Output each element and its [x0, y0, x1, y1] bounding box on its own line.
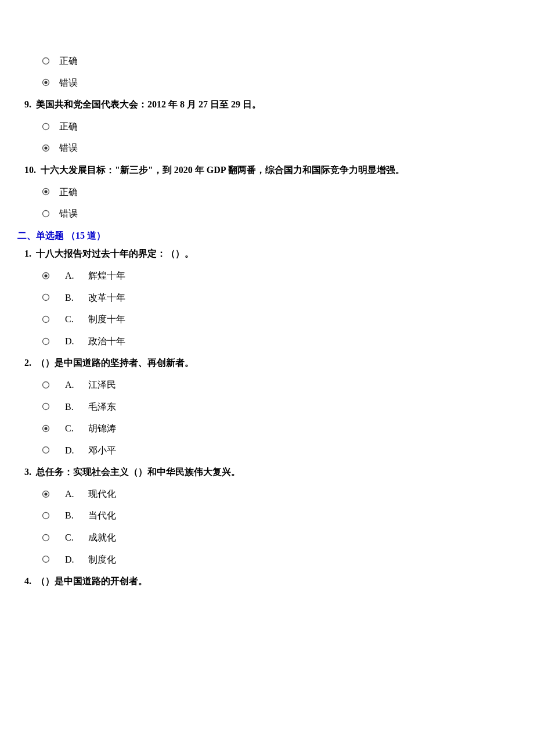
mc1-b-letter: B.: [65, 290, 88, 305]
mc2-d-letter: D.: [65, 443, 88, 458]
mc3-option-d[interactable]: D.制度化: [42, 552, 517, 567]
svg-point-0: [43, 57, 49, 64]
radio-unchecked-icon: [42, 512, 50, 520]
radio-unchecked-icon: [42, 57, 50, 65]
q10-option-false[interactable]: 错误: [42, 206, 517, 221]
radio-checked-icon: [42, 424, 50, 433]
mc2-a-letter: A.: [65, 377, 88, 393]
svg-point-2: [44, 81, 47, 84]
mc1-b-text: 改革十年: [88, 290, 125, 305]
mc4-text: （）是中国道路的开创者。: [36, 576, 147, 586]
svg-point-13: [43, 338, 49, 344]
mc3-option-a[interactable]: A.现代化: [42, 487, 517, 502]
mc1-a-text: 辉煌十年: [88, 268, 125, 283]
mc3-stem: 3. 总任务：实现社会主义（）和中华民族伟大复兴。: [17, 465, 517, 480]
radio-checked-icon: [42, 490, 50, 498]
mc2-c-text: 胡锦涛: [88, 421, 116, 436]
mc3-option-b[interactable]: B.当代化: [42, 508, 517, 523]
mc2-c-letter: C.: [65, 421, 88, 436]
mc3-a-letter: A.: [65, 487, 88, 502]
svg-point-20: [44, 492, 47, 495]
mc4-stem: 4. （）是中国道路的开创者。: [17, 574, 517, 589]
mc3-c-text: 成就化: [88, 530, 116, 545]
radio-checked-icon: [42, 78, 50, 87]
radio-unchecked-icon: [42, 402, 50, 411]
q10-text: 十六大发展目标："新三步"，到 2020 年 GDP 翻两番，综合国力和国际竞争…: [41, 165, 405, 175]
mc2-b-letter: B.: [65, 399, 88, 415]
q10-option-true[interactable]: 正确: [42, 185, 517, 200]
mc2-option-b[interactable]: B.毛泽东: [42, 399, 517, 415]
radio-checked-icon: [42, 144, 50, 152]
radio-unchecked-icon: [42, 123, 50, 131]
svg-point-21: [43, 513, 49, 519]
q9-option-true[interactable]: 正确: [42, 119, 517, 134]
mc1-option-a[interactable]: A.辉煌十年: [42, 268, 517, 283]
tfprev-option-false[interactable]: 错误: [42, 75, 517, 91]
section2-header: 二、单选题 （15 道）: [17, 228, 517, 243]
tfprev-option-true[interactable]: 正确: [42, 53, 517, 69]
tfprev-true-label: 正确: [59, 53, 78, 69]
radio-unchecked-icon: [42, 381, 50, 389]
mc2-a-text: 江泽民: [88, 377, 116, 393]
mc3-number: 3.: [24, 467, 31, 477]
mc3-b-letter: B.: [65, 508, 88, 523]
svg-point-5: [44, 147, 47, 150]
q9-option-false[interactable]: 错误: [42, 141, 517, 156]
mc1-number: 1.: [24, 249, 31, 258]
svg-point-14: [43, 381, 49, 388]
mc1-stem: 1. 十八大报告对过去十年的界定：（）。: [17, 246, 517, 261]
mc3-d-text: 制度化: [88, 552, 116, 567]
mc3-d-letter: D.: [65, 552, 88, 567]
svg-point-3: [43, 123, 49, 129]
radio-unchecked-icon: [42, 534, 50, 542]
mc3-text: 总任务：实现社会主义（）和中华民族伟大复兴。: [36, 467, 240, 477]
q10-stem: 10. 十六大发展目标："新三步"，到 2020 年 GDP 翻两番，综合国力和…: [17, 163, 517, 178]
radio-unchecked-icon: [42, 315, 50, 323]
mc2-option-c[interactable]: C.胡锦涛: [42, 421, 517, 436]
svg-point-18: [43, 447, 49, 453]
mc1-d-text: 政治十年: [88, 334, 125, 349]
mc3-a-text: 现代化: [88, 487, 116, 502]
svg-point-17: [44, 427, 47, 430]
q9-text: 美国共和党全国代表大会：2012 年 8 月 27 日至 29 日。: [36, 99, 261, 109]
mc1-option-d[interactable]: D.政治十年: [42, 334, 517, 349]
mc2-d-text: 邓小平: [88, 443, 116, 458]
mc4-number: 4.: [24, 576, 31, 586]
tfprev-false-label: 错误: [59, 75, 78, 91]
mc1-c-text: 制度十年: [88, 312, 125, 327]
mc1-a-letter: A.: [65, 268, 88, 283]
svg-point-11: [43, 294, 49, 301]
q10-false-label: 错误: [59, 206, 78, 221]
mc1-option-b[interactable]: B.改革十年: [42, 290, 517, 305]
mc2-b-text: 毛泽东: [88, 399, 116, 415]
q9-true-label: 正确: [59, 119, 78, 134]
mc2-option-d[interactable]: D.邓小平: [42, 443, 517, 458]
q10-true-label: 正确: [59, 185, 78, 200]
mc2-number: 2.: [24, 358, 31, 368]
radio-unchecked-icon: [42, 210, 50, 218]
mc2-option-a[interactable]: A.江泽民: [42, 377, 517, 393]
mc3-b-text: 当代化: [88, 508, 116, 523]
svg-point-12: [43, 316, 49, 322]
mc3-option-c[interactable]: C.成就化: [42, 530, 517, 545]
mc1-text: 十八大报告对过去十年的界定：（）。: [36, 249, 194, 258]
mc2-stem: 2. （）是中国道路的坚持者、再创新者。: [17, 355, 517, 370]
mc1-c-letter: C.: [65, 312, 88, 327]
radio-unchecked-icon: [42, 293, 50, 301]
radio-checked-icon: [42, 272, 50, 280]
radio-checked-icon: [42, 188, 50, 196]
svg-point-22: [43, 534, 49, 541]
svg-point-10: [44, 274, 47, 277]
mc3-c-letter: C.: [65, 530, 88, 545]
radio-unchecked-icon: [42, 555, 50, 563]
mc1-option-c[interactable]: C.制度十年: [42, 312, 517, 327]
svg-point-15: [43, 404, 49, 410]
mc2-text: （）是中国道路的坚持者、再创新者。: [36, 358, 194, 368]
svg-point-7: [44, 190, 47, 193]
svg-point-8: [43, 210, 49, 217]
radio-unchecked-icon: [42, 446, 50, 454]
svg-point-23: [43, 556, 49, 563]
q10-number: 10.: [24, 165, 36, 175]
q9-stem: 9. 美国共和党全国代表大会：2012 年 8 月 27 日至 29 日。: [17, 97, 517, 112]
q9-false-label: 错误: [59, 141, 78, 156]
